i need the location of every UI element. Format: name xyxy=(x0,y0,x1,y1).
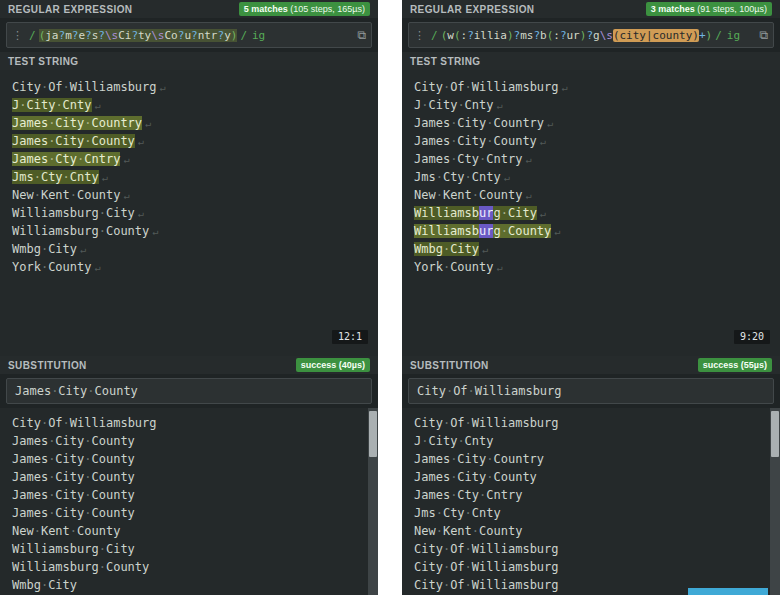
line-break-icon: ↵ xyxy=(554,226,560,237)
space-dot: · xyxy=(63,416,70,430)
space-dot: · xyxy=(70,188,77,202)
test-string-editor[interactable]: City·Of·Williamsburg↵J·City·Cnty↵James·C… xyxy=(402,70,780,356)
regex-token: \s xyxy=(105,29,118,42)
cursor-position: 12:1 xyxy=(332,330,368,344)
space-dot: · xyxy=(48,434,55,448)
text-line: James·City·Country↵ xyxy=(414,114,768,132)
regex-token: m xyxy=(65,29,72,42)
vertical-scrollbar[interactable] xyxy=(770,408,780,595)
regex-token: Ci xyxy=(118,29,131,42)
space-dot: · xyxy=(465,506,472,520)
text-line: J·City·Cnty xyxy=(414,432,768,450)
regex-token: ur xyxy=(567,29,580,42)
text-line: Wmbg·City↵ xyxy=(12,240,366,258)
scrollbar-thumb[interactable] xyxy=(771,411,779,457)
text-line: New·Kent·County↵ xyxy=(414,186,768,204)
space-dot: · xyxy=(77,152,84,166)
match-count-badge: 3 matches (91 steps, 100µs) xyxy=(646,2,772,16)
text-line: James·City·County xyxy=(12,486,366,504)
regex-input[interactable]: ⋮ / (ja?m?e?s?\sCi?ty\sCo?u?ntr?y) / ig … xyxy=(6,22,372,48)
regex-pattern: (ja?m?e?s?\sCi?ty\sCo?u?ntr?y) xyxy=(39,29,238,42)
line-break-icon: ↵ xyxy=(497,262,503,273)
space-dot: · xyxy=(70,524,77,538)
copy-icon[interactable]: ⧉ xyxy=(353,28,366,42)
text-line: James·City·Country↵ xyxy=(12,114,366,132)
space-dot: · xyxy=(41,242,48,256)
regex-token: ? xyxy=(533,29,540,42)
space-dot: · xyxy=(41,80,48,94)
space-dot: · xyxy=(443,260,450,274)
line-break-icon: ↵ xyxy=(160,82,166,93)
match-count: 3 matches xyxy=(651,4,695,14)
regex-token: ty xyxy=(138,29,151,42)
text-line: Williamsburg·County↵ xyxy=(12,222,366,240)
regex-token: b xyxy=(540,29,547,42)
text-line: James·Cty·Cntry↵ xyxy=(414,150,768,168)
regex-token: g xyxy=(593,29,600,42)
substitution-label: SUBSTITUTION xyxy=(410,360,489,371)
space-dot: · xyxy=(486,134,493,148)
text-line: James·City·County↵ xyxy=(12,132,366,150)
space-dot: · xyxy=(51,384,58,398)
substitution-input-lines: James·City·County xyxy=(15,382,138,400)
substitution-status-badge: success (55µs) xyxy=(698,358,772,372)
text-line: James·City·County xyxy=(12,504,366,522)
text-line: City·Of·Williamsburg↵ xyxy=(12,78,366,96)
space-dot: · xyxy=(465,560,472,574)
text-line: Williamsburg·City xyxy=(12,540,366,558)
regex-flags[interactable]: ig xyxy=(725,29,740,42)
regex-token: ? xyxy=(586,29,593,42)
space-dot: · xyxy=(48,152,55,166)
substitution-input[interactable]: City·Of·Williamsburg xyxy=(408,378,774,404)
regex-input[interactable]: ⋮ / (w(:?illia)?ms?b(:?ur)?g\s(city|coun… xyxy=(408,22,774,48)
space-dot: · xyxy=(479,488,486,502)
regex-token: y xyxy=(224,29,231,42)
test-string-editor[interactable]: City·Of·Williamsburg↵J·City·Cnty↵James·C… xyxy=(0,70,378,356)
space-dot: · xyxy=(468,384,475,398)
text-line: City·Of·Williamsburg xyxy=(414,414,768,432)
regex-token: ms xyxy=(520,29,533,42)
regex-token: illia xyxy=(474,29,507,42)
space-dot: · xyxy=(48,488,55,502)
text-line: Jms·Cty·Cnty↵ xyxy=(12,168,366,186)
horizontal-scrollbar-thumb[interactable] xyxy=(688,588,768,595)
text-line: City·Of·Williamsburg xyxy=(414,540,768,558)
test-string-label: TEST STRING xyxy=(8,56,79,67)
regex-token: ? xyxy=(191,29,198,42)
space-dot: · xyxy=(450,116,457,130)
space-dot: · xyxy=(34,524,41,538)
regex-token: \s xyxy=(151,29,164,42)
substitution-output: City·Of·WilliamsburgJ·City·CntyJames·Cit… xyxy=(402,408,780,595)
substitution-section-header: SUBSTITUTION success (40µs) xyxy=(0,356,378,374)
space-dot: · xyxy=(41,578,48,592)
space-dot: · xyxy=(479,152,486,166)
line-break-icon: ↵ xyxy=(95,262,101,273)
space-dot: · xyxy=(465,416,472,430)
text-line: City·Of·Williamsburg xyxy=(414,558,768,576)
line-break-icon: ↵ xyxy=(123,190,129,201)
substitution-section-header: SUBSTITUTION success (55µs) xyxy=(402,356,780,374)
vertical-scrollbar[interactable] xyxy=(368,408,378,595)
regex-close-delimiter: / xyxy=(712,29,725,42)
text-line: James·City·County xyxy=(414,468,768,486)
copy-icon[interactable]: ⧉ xyxy=(755,28,768,42)
space-dot: · xyxy=(450,152,457,166)
space-dot: · xyxy=(465,542,472,556)
line-break-icon: ↵ xyxy=(95,100,101,111)
space-dot: · xyxy=(41,260,48,274)
regex-token: ) xyxy=(507,29,514,42)
regex-token: ) xyxy=(231,29,238,42)
text-line: Williamsburg·County↵ xyxy=(414,222,768,240)
line-break-icon: ↵ xyxy=(540,208,546,219)
grip-icon: ⋮ xyxy=(414,29,425,42)
substitution-input[interactable]: James·City·County xyxy=(6,378,372,404)
space-dot: · xyxy=(443,416,450,430)
regex-token: w xyxy=(447,29,454,42)
regex-flags[interactable]: ig xyxy=(250,29,265,42)
space-dot: · xyxy=(99,560,106,574)
line-break-icon: ↵ xyxy=(80,244,86,255)
scrollbar-thumb[interactable] xyxy=(369,411,377,457)
line-break-icon: ↵ xyxy=(102,172,108,183)
substitution-label: SUBSTITUTION xyxy=(8,360,87,371)
space-dot: · xyxy=(436,524,443,538)
